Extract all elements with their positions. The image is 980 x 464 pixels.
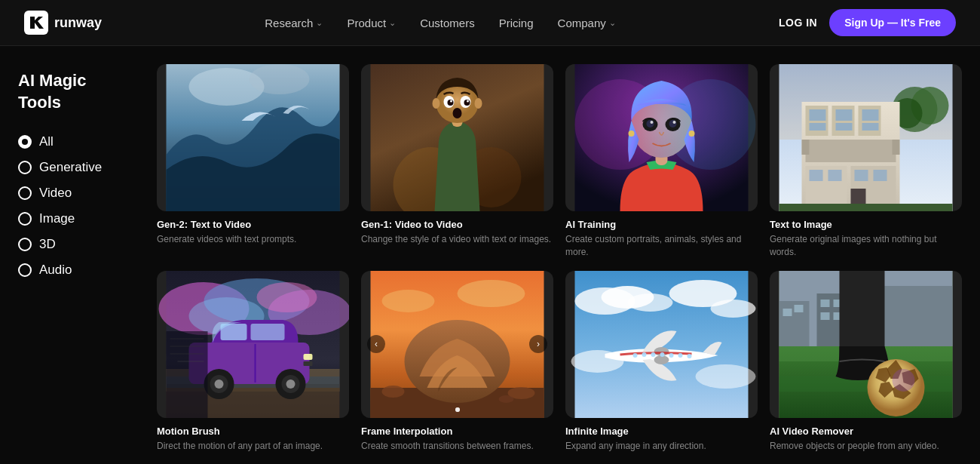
filter-3d-label: 3D bbox=[39, 237, 56, 252]
filter-image[interactable]: Image bbox=[18, 211, 133, 226]
svg-rect-48 bbox=[862, 109, 879, 121]
svg-point-63 bbox=[257, 282, 317, 312]
svg-point-97 bbox=[711, 300, 756, 318]
logo[interactable]: runway bbox=[24, 11, 102, 35]
card-ai-training[interactable]: AI Training Create custom portraits, ani… bbox=[565, 64, 758, 259]
card-infinite-image-desc: Expand any image in any direction. bbox=[565, 440, 758, 453]
card-gen2-title: Gen-2: Text to Video bbox=[157, 219, 349, 230]
svg-point-126 bbox=[893, 369, 915, 392]
card-frame-interp-image: ‹ › bbox=[361, 271, 553, 418]
nav-actions: LOG IN Sign Up — It's Free bbox=[779, 9, 956, 36]
filter-audio-label: Audio bbox=[39, 263, 72, 278]
svg-rect-53 bbox=[810, 170, 823, 181]
sidebar: AI Magic Tools All Generative Video Imag… bbox=[0, 46, 151, 464]
card-text-to-image[interactable]: Text to Image Generate original images w… bbox=[770, 64, 962, 259]
svg-point-107 bbox=[678, 353, 683, 358]
card-ai-video-remover-image bbox=[770, 271, 962, 418]
svg-point-17 bbox=[475, 98, 482, 109]
svg-point-89 bbox=[382, 386, 405, 398]
svg-point-27 bbox=[669, 120, 677, 128]
filter-3d[interactable]: 3D bbox=[18, 237, 133, 252]
svg-point-15 bbox=[453, 108, 462, 118]
card-ai-video-remover[interactable]: AI Video Remover Remove objects or peopl… bbox=[770, 271, 962, 453]
svg-point-108 bbox=[688, 354, 692, 358]
runway-logo-icon bbox=[24, 11, 48, 35]
card-text-to-image-desc: Generate original images with nothing bu… bbox=[770, 233, 962, 259]
cards-grid-area: Gen-2: Text to Video Generate videos wit… bbox=[151, 46, 980, 464]
filter-image-label: Image bbox=[39, 211, 75, 226]
sidebar-title: AI Magic Tools bbox=[18, 70, 133, 113]
svg-point-14 bbox=[467, 100, 469, 103]
login-button[interactable]: LOG IN bbox=[779, 17, 817, 29]
svg-rect-46 bbox=[836, 109, 853, 121]
nav-customers[interactable]: Customers bbox=[420, 17, 475, 29]
svg-rect-112 bbox=[783, 309, 792, 316]
svg-rect-54 bbox=[828, 170, 842, 181]
svg-point-106 bbox=[669, 353, 674, 358]
svg-point-16 bbox=[433, 98, 440, 109]
cards-grid: Gen-2: Text to Video Generate videos wit… bbox=[157, 64, 962, 452]
svg-rect-41 bbox=[806, 140, 896, 162]
svg-point-95 bbox=[628, 293, 673, 312]
svg-rect-120 bbox=[877, 286, 953, 346]
radio-video bbox=[18, 186, 32, 200]
card-gen2-desc: Generate videos with text prompts. bbox=[157, 233, 349, 246]
card-gen1[interactable]: Gen-1: Video to Video Change the style o… bbox=[361, 64, 553, 259]
card-infinite-image[interactable]: Infinite Image Expand any image in any d… bbox=[565, 271, 758, 453]
logo-text: runway bbox=[54, 15, 102, 31]
card-gen1-title: Gen-1: Video to Video bbox=[361, 219, 553, 230]
radio-image bbox=[18, 212, 32, 226]
carousel-dot-bottom bbox=[455, 407, 460, 412]
svg-point-104 bbox=[651, 352, 656, 357]
card-ai-training-desc: Create custom portraits, animals, styles… bbox=[565, 233, 758, 259]
card-gen2-image bbox=[157, 64, 349, 211]
card-ai-video-remover-title: AI Video Remover bbox=[770, 426, 962, 437]
svg-point-3 bbox=[250, 64, 310, 94]
filter-all-label: All bbox=[39, 134, 54, 149]
svg-rect-118 bbox=[821, 312, 830, 320]
filter-generative-label: Generative bbox=[39, 160, 102, 175]
company-chevron-icon: ⌄ bbox=[609, 18, 616, 28]
navbar: runway Research ⌄ Product ⌄ Customers Pr… bbox=[0, 0, 980, 46]
signup-button[interactable]: Sign Up — It's Free bbox=[829, 9, 956, 36]
card-text-to-image-title: Text to Image bbox=[770, 219, 962, 230]
svg-rect-43 bbox=[893, 140, 900, 155]
svg-point-31 bbox=[689, 131, 695, 137]
svg-rect-115 bbox=[821, 300, 830, 307]
carousel-prev-button[interactable]: ‹ bbox=[367, 335, 385, 353]
research-chevron-icon: ⌄ bbox=[316, 18, 323, 28]
svg-point-99 bbox=[696, 364, 756, 389]
nav-company[interactable]: Company ⌄ bbox=[558, 17, 616, 29]
svg-point-26 bbox=[647, 120, 654, 128]
card-frame-interp-desc: Create smooth transitions between frames… bbox=[361, 440, 553, 453]
filter-audio[interactable]: Audio bbox=[18, 263, 133, 278]
card-frame-interp[interactable]: ‹ › Frame Interpolation Create smooth tr… bbox=[361, 271, 553, 453]
svg-rect-57 bbox=[779, 204, 953, 211]
product-chevron-icon: ⌄ bbox=[389, 18, 396, 28]
svg-point-30 bbox=[629, 131, 635, 137]
nav-research[interactable]: Research ⌄ bbox=[265, 17, 323, 29]
radio-generative bbox=[18, 161, 32, 174]
card-text-to-image-image bbox=[770, 64, 962, 211]
svg-rect-42 bbox=[802, 140, 810, 155]
card-gen1-desc: Change the style of a video with text or… bbox=[361, 233, 553, 246]
nav-pricing[interactable]: Pricing bbox=[499, 17, 534, 29]
card-motion-brush-image bbox=[157, 271, 349, 418]
svg-rect-49 bbox=[862, 123, 879, 131]
svg-rect-55 bbox=[855, 170, 868, 181]
filter-video[interactable]: Video bbox=[18, 186, 133, 201]
svg-point-29 bbox=[673, 121, 676, 124]
filter-generative[interactable]: Generative bbox=[18, 160, 133, 175]
card-frame-interp-title: Frame Interpolation bbox=[361, 426, 553, 437]
card-motion-brush[interactable]: Motion Brush Direct the motion of any pa… bbox=[157, 271, 349, 453]
radio-audio bbox=[18, 263, 32, 277]
carousel-next-button[interactable]: › bbox=[529, 335, 547, 353]
svg-point-103 bbox=[642, 352, 647, 357]
svg-point-91 bbox=[499, 395, 514, 403]
filter-all[interactable]: All bbox=[18, 134, 133, 149]
card-gen2[interactable]: Gen-2: Text to Video Generate videos wit… bbox=[157, 64, 349, 259]
carousel-controls: ‹ › bbox=[361, 335, 553, 353]
card-infinite-image-title: Infinite Image bbox=[565, 426, 758, 437]
nav-product[interactable]: Product ⌄ bbox=[347, 17, 396, 29]
filter-list: All Generative Video Image 3D Audio bbox=[18, 134, 133, 278]
